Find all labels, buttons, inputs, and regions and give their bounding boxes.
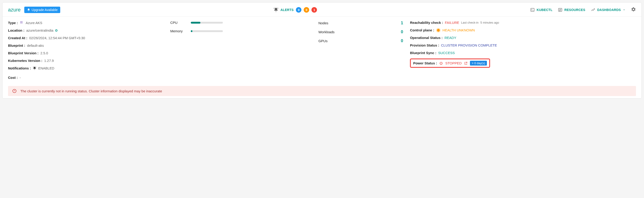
- blueprint-sync-label: Blueprint Sync: [410, 51, 436, 55]
- alerts-error-badge[interactable]: 1: [312, 7, 317, 13]
- control-plane-row: Control plane HEALTH UNKNOWN: [410, 28, 636, 32]
- upgrade-available-button[interactable]: Upgrade Available: [24, 7, 60, 13]
- svg-rect-4: [20, 23, 21, 23]
- operational-row: Operational Status READY: [410, 36, 636, 40]
- kubectl-button[interactable]: KUBECTL: [530, 8, 552, 12]
- blueprint-sync-value: SUCCESS: [438, 51, 455, 55]
- cost-row: Cost -: [2, 76, 642, 82]
- cost-label: Cost: [8, 76, 18, 80]
- memory-row: Memory: [170, 29, 312, 33]
- memory-bar-fill: [191, 30, 192, 32]
- reachability-row: Reachability check FAILURE Last check-in…: [410, 21, 636, 25]
- svg-rect-5: [22, 23, 22, 23]
- power-icon: [439, 61, 443, 65]
- gear-icon: [631, 7, 636, 12]
- nodes-row: Nodes 1: [318, 21, 403, 26]
- blueprint-version-label: Blueprint Version: [8, 51, 38, 55]
- bell-ring-icon: [274, 7, 278, 12]
- card-body: Type Azure AKS Location azure/centralind…: [2, 17, 642, 76]
- blueprint-row: Blueprint default-aks: [8, 44, 163, 48]
- bell-icon: [27, 8, 30, 12]
- gpus-value[interactable]: 0: [401, 39, 403, 43]
- svg-rect-2: [20, 21, 21, 22]
- cluster-card: azure Upgrade Available ALERTS 0 0 1: [2, 2, 642, 99]
- azure-aks-icon: [20, 21, 24, 25]
- operational-label: Operational Status: [410, 36, 443, 40]
- notifications-row: Notifications ENABLED: [8, 66, 163, 70]
- notifications-label: Notifications: [8, 66, 31, 70]
- workloads-row: Workloads 0: [318, 30, 403, 34]
- location-target-icon: [55, 29, 58, 32]
- health-dot-icon: [437, 29, 440, 32]
- chevron-down-icon: [623, 9, 626, 11]
- location-row: Location azure/centralindia: [8, 29, 163, 32]
- blueprint-sync-row: Blueprint Sync SUCCESS: [410, 51, 636, 55]
- nodes-value[interactable]: 1: [401, 21, 403, 26]
- settings-button[interactable]: [631, 7, 636, 13]
- provision-row: Provision Status CLUSTER PROVISION COMPL…: [410, 43, 636, 47]
- workloads-label: Workloads: [318, 30, 334, 34]
- details-column: Type Azure AKS Location azure/centralind…: [8, 21, 163, 74]
- created-label: Created At: [8, 36, 27, 40]
- bell-solid-icon: [33, 66, 36, 70]
- warning-text: The cluster is currently not in running …: [20, 89, 162, 93]
- nodes-label: Nodes: [318, 21, 328, 25]
- status-column: Reachability check FAILURE Last check-in…: [410, 21, 636, 74]
- power-status-row: Power Status STOPPED > 0 day(s): [410, 58, 636, 68]
- type-value: Azure AKS: [26, 21, 42, 25]
- counts-column: Nodes 1 Workloads 0 GPUs 0: [318, 21, 403, 74]
- workloads-value[interactable]: 0: [401, 30, 403, 34]
- blueprint-version-value: 2.5.0: [40, 51, 48, 55]
- gpus-row: GPUs 0: [318, 39, 403, 43]
- alerts-group: ALERTS 0 0 1: [62, 7, 528, 13]
- chart-line-icon: [591, 8, 596, 12]
- resources-button[interactable]: RESOURCES: [558, 8, 585, 12]
- control-plane-label: Control plane: [410, 28, 434, 32]
- control-plane-value: HEALTH UNKNOWN: [442, 28, 475, 32]
- provision-value: CLUSTER PROVISION COMPLETE: [441, 43, 497, 47]
- power-value: STOPPED: [445, 61, 462, 65]
- power-label: Power Status: [413, 61, 437, 65]
- type-label: Type: [8, 21, 18, 25]
- last-checkin-value: 5 minutes ago: [480, 21, 499, 24]
- cpu-bar: [191, 22, 223, 24]
- alerts-info-badge[interactable]: 0: [296, 7, 302, 13]
- svg-rect-0: [531, 8, 534, 11]
- gpus-label: GPUs: [318, 39, 328, 43]
- memory-label: Memory: [170, 29, 186, 33]
- alerts-link[interactable]: ALERTS: [274, 7, 294, 12]
- power-days-chip[interactable]: > 0 day(s): [470, 61, 487, 66]
- created-value: 02/26/2024, 12:54:44 PM GMT+5:30: [29, 36, 85, 40]
- k8s-version-label: Kubernetes Version: [8, 59, 42, 63]
- k8s-version-value: 1.27.9: [44, 59, 54, 63]
- cpu-row: CPU: [170, 21, 312, 25]
- created-row: Created At 02/26/2024, 12:54:44 PM GMT+5…: [8, 36, 163, 40]
- blueprint-value: default-aks: [27, 44, 44, 48]
- notifications-value: ENABLED: [38, 66, 54, 70]
- reachability-label: Reachability check: [410, 21, 443, 25]
- open-external-icon[interactable]: [464, 61, 468, 65]
- last-checkin-label: Last check-in: [461, 21, 479, 24]
- terminal-icon: [530, 8, 535, 12]
- alerts-label: ALERTS: [280, 8, 294, 12]
- resources-column: CPU Memory: [170, 21, 312, 74]
- alerts-warning-badge[interactable]: 0: [304, 7, 309, 13]
- provision-label: Provision Status: [410, 43, 439, 47]
- dashboards-button[interactable]: DASHBOARDS: [591, 8, 626, 12]
- upgrade-label: Upgrade Available: [32, 8, 58, 12]
- svg-rect-3: [22, 21, 22, 22]
- cpu-label: CPU: [170, 21, 186, 25]
- memory-bar: [191, 30, 223, 32]
- location-label: Location: [8, 29, 24, 32]
- type-row: Type Azure AKS: [8, 21, 163, 25]
- reachability-value: FAILURE: [445, 21, 459, 25]
- header-actions: KUBECTL RESOURCES DASHBOARDS: [530, 7, 636, 13]
- list-icon: [558, 8, 562, 12]
- warning-banner: The cluster is currently not in running …: [8, 86, 636, 96]
- cpu-bar-fill: [191, 22, 200, 24]
- cost-value: -: [20, 76, 21, 80]
- alert-circle-icon: [12, 89, 17, 93]
- operational-value: READY: [444, 36, 456, 40]
- location-value: azure/centralindia: [26, 29, 53, 32]
- cluster-name[interactable]: azure: [8, 7, 20, 13]
